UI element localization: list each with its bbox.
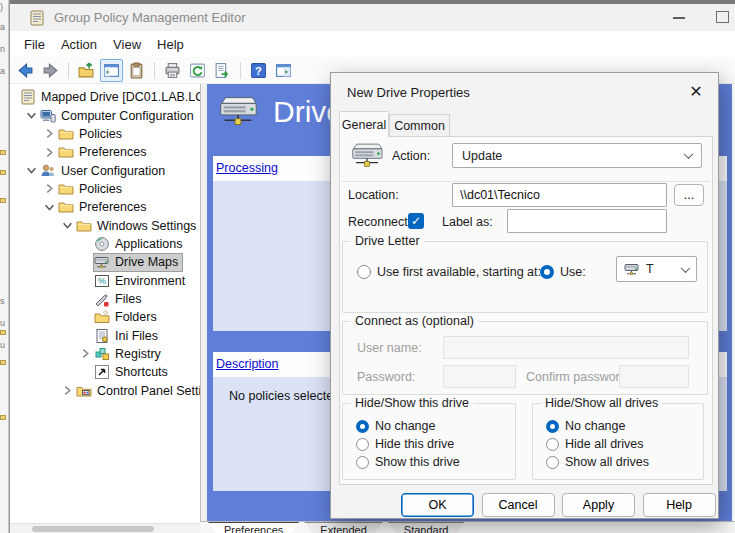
location-input[interactable] xyxy=(452,183,667,207)
bottom-tab-extended[interactable]: Extended xyxy=(304,522,382,533)
export-list-icon[interactable] xyxy=(211,59,234,82)
connect-as-group-title: Connect as (optional) xyxy=(351,314,478,328)
use-radio[interactable] xyxy=(540,265,554,279)
help-button[interactable]: Help xyxy=(643,493,716,517)
radio-hide-this-drive[interactable]: Hide this drive xyxy=(356,437,515,451)
radio-icon[interactable] xyxy=(546,456,559,469)
chevron-icon[interactable] xyxy=(22,110,40,121)
chevron-icon[interactable] xyxy=(40,202,58,213)
use-first-available-radio[interactable] xyxy=(357,265,371,279)
radio-hide-all-drives[interactable]: Hide all drives xyxy=(546,437,703,451)
tree-item-preferences[interactable]: Preferences xyxy=(10,198,200,216)
tree-item-ini-files[interactable]: Ini Files xyxy=(10,326,200,344)
label-as-input[interactable] xyxy=(507,209,667,233)
radio-show-this-drive[interactable]: Show this drive xyxy=(356,455,515,469)
tree-item-label: Windows Settings xyxy=(97,219,196,233)
help-icon[interactable] xyxy=(247,59,270,82)
radio-option-label: Hide this drive xyxy=(375,437,454,451)
radio-option-label: No change xyxy=(375,419,435,433)
cd-icon xyxy=(94,236,110,252)
menu-item-file[interactable]: File xyxy=(16,34,53,55)
radio-icon[interactable] xyxy=(546,420,559,433)
forward-icon[interactable] xyxy=(39,59,62,82)
tree-item-files[interactable]: Files xyxy=(10,290,200,308)
tree-item-label: Registry xyxy=(115,347,161,361)
chevron-icon[interactable] xyxy=(22,165,40,176)
chevron-icon[interactable] xyxy=(58,220,76,231)
tree-item-computer-configuration[interactable]: Computer Configuration xyxy=(10,106,200,124)
processing-link[interactable]: Processing xyxy=(216,161,278,175)
chevron-icon[interactable] xyxy=(40,128,58,139)
tab-common[interactable]: Common xyxy=(389,114,450,137)
shortcut-icon xyxy=(94,364,110,380)
tree-item-policies[interactable]: Policies xyxy=(10,180,200,198)
tree-item-preferences[interactable]: Preferences xyxy=(10,143,200,161)
reconnect-label: Reconnect: xyxy=(348,215,411,229)
chevron-down-icon xyxy=(681,263,691,273)
radio-icon[interactable] xyxy=(546,438,559,451)
bottom-tab-preferences[interactable]: Preferences xyxy=(208,522,299,533)
files-icon xyxy=(94,291,110,307)
tree-item-control-panel-setting[interactable]: Control Panel Setting xyxy=(10,382,200,400)
bottom-tab-bar: PreferencesExtendedStandard xyxy=(200,521,735,533)
tree-item-windows-settings[interactable]: Windows Settings xyxy=(10,216,200,234)
folder-new-icon xyxy=(94,309,110,325)
description-link[interactable]: Description xyxy=(216,357,279,371)
action-select[interactable]: Update xyxy=(452,143,702,168)
radio-option-label: No change xyxy=(565,419,625,433)
menu-item-view[interactable]: View xyxy=(105,34,149,55)
title-bar: Group Policy Management Editor xyxy=(10,4,735,31)
tree-item-folders[interactable]: Folders xyxy=(10,308,200,326)
menu-item-action[interactable]: Action xyxy=(53,34,105,55)
ok-button[interactable]: OK xyxy=(401,493,474,517)
close-icon[interactable]: ✕ xyxy=(684,79,708,103)
menu-bar: FileActionViewHelp xyxy=(10,31,735,57)
radio-no-change[interactable]: No change xyxy=(356,419,515,433)
radio-icon[interactable] xyxy=(356,420,369,433)
bottom-tab-standard[interactable]: Standard xyxy=(388,522,465,533)
browse-button[interactable]: ... xyxy=(674,184,704,206)
divider xyxy=(342,181,710,182)
maximize-button[interactable] xyxy=(716,11,729,23)
up-one-level-icon[interactable] xyxy=(75,59,98,82)
print-icon[interactable] xyxy=(161,59,184,82)
location-label: Location: xyxy=(348,188,399,202)
tree-item-registry[interactable]: Registry xyxy=(10,345,200,363)
radio-icon[interactable] xyxy=(356,456,369,469)
tree-horizontal-scrollbar[interactable] xyxy=(10,523,200,533)
scrollbar-thumb[interactable] xyxy=(32,526,154,532)
folder-icon xyxy=(58,144,74,160)
chevron-icon[interactable] xyxy=(40,147,58,158)
cancel-button[interactable]: Cancel xyxy=(482,493,555,517)
password-label: Password: xyxy=(357,370,415,384)
tree-item-applications[interactable]: Applications xyxy=(10,235,200,253)
clipboard-icon[interactable] xyxy=(125,59,148,82)
tree-item-shortcuts[interactable]: Shortcuts xyxy=(10,363,200,381)
tree-item-environment[interactable]: Environment xyxy=(10,271,200,289)
chevron-icon[interactable] xyxy=(58,385,76,396)
tree-item-policies[interactable]: Policies xyxy=(10,125,200,143)
drive-letter-select[interactable]: T xyxy=(616,256,697,282)
tree-item-drive-maps[interactable]: Drive Maps xyxy=(10,253,200,271)
tree-item-mapped-drive-dc01-lab-loca[interactable]: Mapped Drive [DC01.LAB.LOCA xyxy=(10,88,200,106)
refresh-icon[interactable] xyxy=(186,59,209,82)
chevron-icon[interactable] xyxy=(76,348,94,359)
general-tab-page: Action: Update Location: ... Reconnect: … xyxy=(339,136,713,485)
tree-item-user-configuration[interactable]: User Configuration xyxy=(10,161,200,179)
show-console-tree-icon[interactable] xyxy=(100,59,123,82)
radio-icon[interactable] xyxy=(356,438,369,451)
tree-item-label: Folders xyxy=(115,310,157,324)
drive-letter-group: Drive Letter Use first available, starti… xyxy=(342,241,708,313)
new-window-icon[interactable] xyxy=(272,59,295,82)
radio-show-all-drives[interactable]: Show all drives xyxy=(546,455,703,469)
back-icon[interactable] xyxy=(14,59,37,82)
drive-icon xyxy=(94,254,110,270)
tree-item-label: Files xyxy=(115,292,141,306)
radio-no-change[interactable]: No change xyxy=(546,419,703,433)
tab-general[interactable]: General xyxy=(339,111,389,137)
apply-button[interactable]: Apply xyxy=(562,493,635,517)
chevron-icon[interactable] xyxy=(40,183,58,194)
menu-item-help[interactable]: Help xyxy=(149,34,192,55)
minimize-button[interactable] xyxy=(673,17,685,19)
reconnect-checkbox[interactable]: ✓ xyxy=(408,213,424,229)
